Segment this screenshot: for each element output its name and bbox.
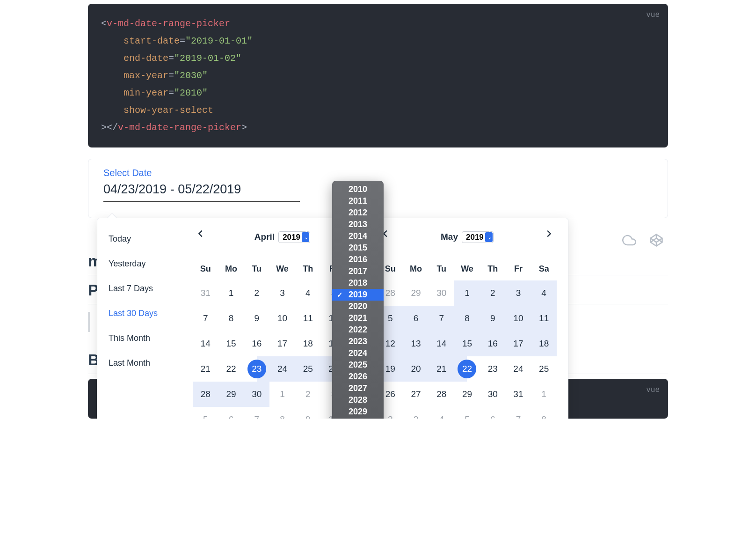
- calendar-day[interactable]: 23: [244, 356, 269, 382]
- preset-item[interactable]: Last Month: [106, 351, 186, 376]
- calendar-day[interactable]: 6: [218, 407, 244, 419]
- calendar-day[interactable]: 18: [531, 331, 557, 356]
- preset-item[interactable]: Last 7 Days: [106, 276, 186, 301]
- calendar-day[interactable]: 7: [506, 407, 531, 419]
- calendar-day[interactable]: 4: [429, 407, 454, 419]
- year-option[interactable]: 2024: [332, 347, 384, 359]
- calendar-day[interactable]: 22: [218, 356, 244, 382]
- calendar-day[interactable]: 29: [218, 382, 244, 407]
- calendar-day[interactable]: 31: [193, 280, 218, 306]
- calendar-day[interactable]: 24: [269, 356, 295, 382]
- year-option[interactable]: 2014: [332, 230, 384, 242]
- calendar-day[interactable]: 30: [480, 382, 506, 407]
- calendar-day[interactable]: 14: [429, 331, 454, 356]
- calendar-day[interactable]: 29: [454, 382, 480, 407]
- year-option[interactable]: 2025: [332, 359, 384, 371]
- calendar-day[interactable]: 17: [506, 331, 531, 356]
- calendar-day[interactable]: 1: [454, 280, 480, 306]
- year-option[interactable]: 2019: [332, 289, 384, 301]
- calendar-day[interactable]: 25: [295, 356, 321, 382]
- year-option[interactable]: 2020: [332, 301, 384, 312]
- calendar-day[interactable]: 25: [531, 356, 557, 382]
- calendar-day[interactable]: 5: [193, 407, 218, 419]
- calendar-day[interactable]: 1: [531, 382, 557, 407]
- year-option[interactable]: 2013: [332, 219, 384, 230]
- calendar-day[interactable]: 7: [193, 306, 218, 331]
- calendar-day[interactable]: 21: [429, 356, 454, 382]
- calendar-day[interactable]: 20: [403, 356, 429, 382]
- year-option[interactable]: 2017: [332, 265, 384, 277]
- calendar-day[interactable]: 4: [295, 280, 321, 306]
- year-option[interactable]: 2027: [332, 383, 384, 394]
- calendar-day[interactable]: 28: [429, 382, 454, 407]
- calendar-day[interactable]: 15: [454, 331, 480, 356]
- calendar-day[interactable]: 8: [218, 306, 244, 331]
- calendar-day[interactable]: 3: [506, 280, 531, 306]
- calendar-day[interactable]: 10: [269, 306, 295, 331]
- calendar-day[interactable]: 30: [244, 382, 269, 407]
- calendar-day[interactable]: 21: [193, 356, 218, 382]
- calendar-day[interactable]: 1: [269, 382, 295, 407]
- calendar-day[interactable]: 7: [429, 306, 454, 331]
- calendar-day[interactable]: 8: [269, 407, 295, 419]
- year-option[interactable]: 2030: [332, 418, 384, 419]
- calendar-day[interactable]: 8: [454, 306, 480, 331]
- year-option[interactable]: 2010: [332, 184, 384, 195]
- calendar-day[interactable]: 18: [295, 331, 321, 356]
- calendar-day[interactable]: 4: [531, 280, 557, 306]
- year-option[interactable]: 2021: [332, 312, 384, 324]
- calendar-day[interactable]: 6: [403, 306, 429, 331]
- calendar-day[interactable]: 6: [480, 407, 506, 419]
- year-option[interactable]: 2028: [332, 394, 384, 406]
- calendar-day[interactable]: 29: [403, 280, 429, 306]
- calendar-day[interactable]: 24: [506, 356, 531, 382]
- year-select[interactable]: 2019: [462, 231, 494, 243]
- calendar-day[interactable]: 16: [480, 331, 506, 356]
- year-option[interactable]: 2015: [332, 242, 384, 254]
- year-option[interactable]: 2012: [332, 207, 384, 219]
- preset-item[interactable]: This Month: [106, 326, 186, 351]
- calendar-day[interactable]: 5: [454, 407, 480, 419]
- year-option[interactable]: 2023: [332, 336, 384, 347]
- calendar-day[interactable]: 27: [403, 382, 429, 407]
- calendar-day[interactable]: 9: [244, 306, 269, 331]
- calendar-day[interactable]: 3: [403, 407, 429, 419]
- calendar-day[interactable]: 17: [269, 331, 295, 356]
- calendar-day[interactable]: 11: [531, 306, 557, 331]
- year-option[interactable]: 2018: [332, 277, 384, 289]
- calendar-day[interactable]: 15: [218, 331, 244, 356]
- year-option[interactable]: 2029: [332, 406, 384, 418]
- calendar-day[interactable]: 9: [295, 407, 321, 419]
- preset-item[interactable]: Today: [106, 227, 186, 251]
- calendar-day[interactable]: 14: [193, 331, 218, 356]
- year-option[interactable]: 2022: [332, 324, 384, 336]
- calendar-day[interactable]: 28: [193, 382, 218, 407]
- year-option[interactable]: 2016: [332, 254, 384, 265]
- calendar-day[interactable]: 31: [506, 382, 531, 407]
- prev-month-button[interactable]: [196, 228, 206, 241]
- calendar-day[interactable]: 2: [244, 280, 269, 306]
- next-month-button[interactable]: [544, 228, 554, 241]
- calendar-day[interactable]: 16: [244, 331, 269, 356]
- calendar-day[interactable]: 1: [218, 280, 244, 306]
- preset-item[interactable]: Last 30 Days: [106, 301, 186, 326]
- calendar-day[interactable]: 23: [480, 356, 506, 382]
- calendar-day[interactable]: 11: [295, 306, 321, 331]
- calendar-day[interactable]: 2: [295, 382, 321, 407]
- calendar-day[interactable]: 7: [244, 407, 269, 419]
- calendar-day[interactable]: 30: [429, 280, 454, 306]
- date-range-input[interactable]: [103, 179, 300, 202]
- calendar-day[interactable]: 10: [506, 306, 531, 331]
- year-dropdown[interactable]: 2010201120122013201420152016201720182019…: [332, 181, 384, 419]
- calendar-day[interactable]: 2: [480, 280, 506, 306]
- year-option[interactable]: 2011: [332, 195, 384, 207]
- calendar-day[interactable]: 13: [403, 331, 429, 356]
- preset-item[interactable]: Yesterday: [106, 251, 186, 276]
- year-option[interactable]: 2026: [332, 371, 384, 383]
- cloud-icon[interactable]: [622, 233, 636, 249]
- calendar-day[interactable]: 8: [531, 407, 557, 419]
- calendar-day[interactable]: 9: [480, 306, 506, 331]
- calendar-day[interactable]: 22: [454, 356, 480, 382]
- codepen-icon[interactable]: [649, 233, 663, 249]
- year-select[interactable]: 2019: [278, 231, 310, 243]
